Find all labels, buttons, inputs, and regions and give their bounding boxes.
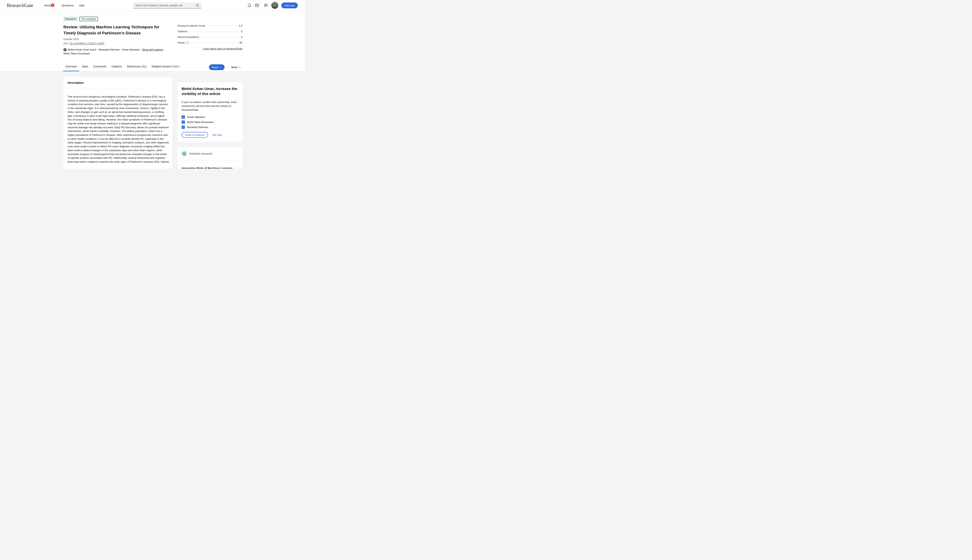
doi-label: DOI:	[63, 42, 68, 45]
stat-row-reads: Reads i 81	[178, 40, 242, 45]
article-title: Review: Utilizing Machine Learning Techn…	[63, 24, 169, 36]
authors-line2: Mohd Talha Khursheed	[63, 52, 90, 55]
home-notification-badge[interactable]: 1	[51, 3, 54, 7]
messages-mail-icon[interactable]	[255, 3, 259, 8]
tab-related-research[interactable]: Related research (10+)	[149, 62, 182, 71]
share-button[interactable]: Share	[209, 64, 225, 70]
chevron-down-icon	[220, 66, 222, 68]
coauthor-checkbox-checked[interactable]	[182, 120, 185, 124]
not-now-button[interactable]: Not now	[212, 133, 222, 137]
stat-row-citations: Citations 0	[178, 28, 242, 34]
related-research-heading: Related research	[189, 152, 212, 155]
stat-value: 0	[241, 30, 242, 33]
stat-value: 1.0	[239, 24, 242, 27]
user-avatar[interactable]	[271, 2, 278, 9]
invite-coauthors-button[interactable]: Invite co-authors	[182, 132, 208, 138]
coauthor-name: Mohd Talha Khursheed	[187, 121, 214, 123]
stat-label-text: Reads	[178, 41, 185, 44]
visibility-card-actions: Invite co-authors Not now	[182, 132, 239, 138]
related-research-card: Related research Imperative Role of Mach…	[178, 147, 242, 169]
description-card: Description The second-most dangerous ne…	[63, 77, 172, 169]
authors-separator: ·	[163, 48, 165, 51]
research-type-badge: Research	[63, 17, 78, 21]
tab-stats[interactable]: Stats	[79, 62, 90, 71]
publication-date: October 2023	[63, 38, 79, 41]
notifications-bell-icon[interactable]	[247, 3, 252, 8]
coauthor-row: Mohd Talha Khursheed	[182, 120, 239, 124]
article-header: Research File available Review: Utilizin…	[0, 11, 305, 72]
search-bar	[133, 2, 201, 8]
visibility-card-title: Mohd Azhan Umar, increase the visibility…	[182, 86, 239, 97]
stat-label: Research Interest Score	[178, 24, 205, 27]
related-research-item-title[interactable]: Imperative Role of Machine Learning	[178, 160, 242, 169]
researchgate-article-page: ResearchGate Home 1 Questions Jobs Add n…	[0, 0, 305, 169]
file-available-badge: File available	[79, 17, 98, 21]
learn-stats-link-row: Learn about stats on ResearchGate	[178, 47, 242, 50]
publication-badges: Research File available	[63, 17, 98, 21]
stat-row-recommendations: Recommendations 0	[178, 34, 242, 40]
tab-references[interactable]: References (31)	[124, 62, 149, 71]
more-label: More	[231, 66, 237, 69]
coauthor-checkbox-checked[interactable]	[182, 125, 185, 129]
stat-label: Citations	[178, 30, 188, 33]
related-research-header: Related research	[178, 147, 242, 160]
show-all-authors-link[interactable]: Show all 5 authors	[142, 48, 163, 51]
add-new-button[interactable]: Add new	[281, 3, 298, 8]
coauthor-checkbox-checked[interactable]	[182, 115, 185, 119]
tab-citations[interactable]: Citations	[109, 62, 124, 71]
authors-text: Mohd Azhan Umar Kamil · Muneeba Rahman ·…	[68, 48, 142, 51]
requests-chat-icon[interactable]	[264, 3, 268, 8]
nav-item-home[interactable]: Home	[44, 4, 51, 7]
visibility-card: Mohd Azhan Umar, increase the visibility…	[178, 82, 242, 142]
more-menu[interactable]: More	[231, 64, 241, 70]
tab-comments[interactable]: Comments	[90, 62, 109, 71]
author-avatar[interactable]	[63, 48, 67, 51]
nav-item-jobs[interactable]: Jobs	[79, 4, 85, 7]
top-nav: ResearchGate Home 1 Questions Jobs Add n…	[0, 0, 305, 11]
coauthor-row: Muneeba Rahman	[182, 125, 239, 129]
reads-info-icon[interactable]: i	[186, 41, 189, 44]
authors-line: Mohd Azhan Umar Kamil · Muneeba Rahman ·…	[63, 48, 172, 55]
stat-row-research-interest: Research Interest Score 1.0	[178, 23, 242, 28]
coauthor-row: Ahsan Waseem	[182, 115, 239, 119]
coauthor-name: Muneeba Rahman	[187, 126, 208, 128]
stat-label: Recommendations	[178, 35, 199, 38]
description-text: The second-most dangerous neurological c…	[63, 88, 172, 168]
nav-item-questions[interactable]: Questions	[62, 4, 74, 7]
coauthor-name: Ahsan Waseem	[187, 116, 205, 118]
description-heading: Description	[63, 77, 172, 88]
share-label: Share	[212, 66, 219, 69]
search-input[interactable]	[133, 4, 195, 7]
visibility-card-text: If your co-authors confirm their authors…	[182, 100, 239, 112]
chevron-down-icon	[239, 66, 241, 68]
doi-line: DOI: 10.13140/RG.2.2.34727.11687	[63, 42, 104, 45]
doi-link[interactable]: 10.13140/RG.2.2.34727.11687	[69, 42, 104, 45]
learn-stats-link[interactable]: Learn about stats on ResearchGate	[203, 47, 242, 50]
tab-overview[interactable]: Overview	[63, 62, 79, 71]
stat-value: 0	[241, 35, 242, 38]
article-tabs: Overview Stats Comments Citations Refere…	[63, 62, 182, 71]
stats-panel: Research Interest Score 1.0 Citations 0 …	[178, 23, 242, 50]
search-icon[interactable]	[195, 3, 200, 7]
related-research-icon	[182, 151, 187, 157]
stat-value: 81	[239, 41, 242, 44]
researchgate-logo[interactable]: ResearchGate	[7, 3, 33, 8]
stat-label: Reads i	[178, 41, 189, 44]
leader-line	[190, 31, 239, 32]
